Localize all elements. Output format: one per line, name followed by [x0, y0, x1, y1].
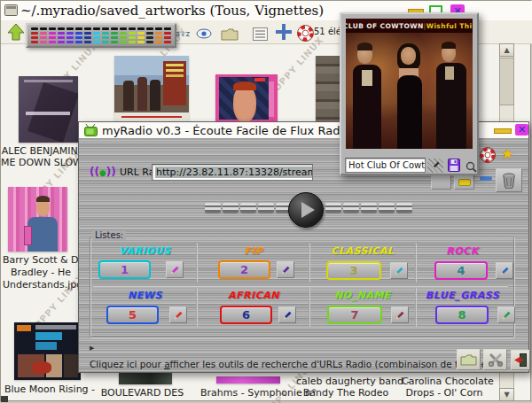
artwork-name-value: Hot Club Of Cowto...	[348, 160, 426, 170]
file-item-caleb[interactable]: caleb daugherty band - Bandy The Rodeo	[296, 376, 395, 400]
preset-edit-button-7[interactable]	[391, 306, 409, 323]
file-item-alison-krauss[interactable]	[114, 56, 189, 121]
scrollbar-up-button[interactable]: ▲	[499, 43, 514, 57]
preset-name: FIP	[198, 245, 309, 257]
preset-name: VARIOUS	[94, 245, 196, 257]
scrollbar-down-button[interactable]: ▼	[499, 388, 514, 401]
preset-button-4[interactable]: 4	[434, 261, 488, 280]
url-value: http://23.82.11.87:13328/stream	[155, 167, 313, 178]
preset-button-1[interactable]: 1	[98, 260, 151, 279]
folder-icon	[460, 353, 477, 366]
file-manager-title: ~/.myradio/saved_artworks (Tous, Vignett…	[20, 3, 324, 19]
thumbnail-brahms	[216, 376, 280, 384]
artwork-name-input[interactable]: Hot Club Of Cowto...	[345, 158, 426, 173]
open-folder-button[interactable]	[457, 349, 481, 370]
preset-edit-button-6[interactable]	[278, 306, 296, 323]
preset-button-6[interactable]: 6	[220, 306, 272, 324]
small-button-1[interactable]	[431, 174, 451, 190]
preset-name: ROCK	[416, 245, 509, 257]
tools-icon	[488, 353, 504, 367]
quit-button[interactable]	[511, 350, 530, 370]
preset-edit-button-8[interactable]	[497, 306, 515, 323]
play-icon	[301, 202, 315, 218]
trash-icon	[502, 173, 516, 189]
myradio-close-button[interactable]: ✕	[515, 124, 528, 136]
preset-button-8[interactable]: 8	[435, 306, 489, 324]
color-palette-overlay	[26, 23, 176, 48]
blue-dash-indicator	[480, 176, 492, 181]
preset-edit-button-2[interactable]	[277, 261, 294, 278]
list-view-icon[interactable]	[251, 24, 269, 43]
resize-grip[interactable]	[1, 396, 8, 402]
file-item-alec-benjamin[interactable]: ALEC BENJAMIN - ME DOWN SLOWL	[1, 76, 85, 169]
preset-button-5[interactable]: 5	[106, 306, 159, 324]
broadcast-icon: ((●))	[90, 166, 116, 178]
preset-name: NEWS	[94, 290, 196, 301]
preset-edit-button-5[interactable]	[169, 306, 187, 323]
preset-button-7[interactable]: 7	[327, 306, 382, 324]
myradio-minimize-button[interactable]	[494, 128, 512, 134]
artwork-viewer-window: HOT CLUB OF COWTOWN | Wishful Thinking H…	[340, 12, 479, 175]
floppy-icon	[448, 159, 460, 172]
magnifier-icon	[466, 161, 477, 173]
preset-edit-button-1[interactable]	[166, 261, 184, 278]
lifebuoy-icon[interactable]	[296, 23, 314, 43]
folder-icon[interactable]	[220, 24, 239, 43]
thumbnail-barry-scott	[8, 187, 67, 252]
segment-chain-right	[325, 203, 412, 213]
trash-button[interactable]	[496, 168, 522, 192]
preset-edit-button-3[interactable]	[390, 262, 408, 279]
tools-button[interactable]	[483, 349, 507, 370]
scrollbar-thumb[interactable]	[499, 58, 514, 105]
plus-icon[interactable]	[274, 22, 293, 42]
preset-name: AFRICAN	[198, 290, 309, 301]
file-item-stones-album[interactable]	[316, 56, 341, 123]
url-input[interactable]: http://23.82.11.87:13328/stream	[152, 164, 313, 181]
preset-name: NO_NAME	[309, 290, 416, 301]
file-item-carolina[interactable]: Carolina Chocolate Drops - Ol' Corn	[402, 376, 487, 400]
segment-chain-left	[205, 203, 292, 213]
expander-arrow-icon: ▶	[90, 345, 94, 352]
file-item-barry-scott[interactable]: Barry Scott & Dale Bradley - He Understa…	[3, 187, 79, 293]
exit-door-icon	[513, 353, 528, 368]
thumbnail-blue-moon	[14, 322, 81, 380]
file-item-boulevard[interactable]: BOULEVARD DES	[100, 373, 184, 401]
lists-group-label: Listes:	[92, 230, 126, 240]
yellow-tag-button[interactable]	[454, 174, 474, 190]
preset-edit-button-4[interactable]	[496, 262, 513, 279]
favorite-star-icon[interactable]: ★	[501, 145, 513, 162]
screen: ~/.myradio/saved_artworks (Tous, Vignett…	[0, 0, 532, 403]
radio-tv-icon	[84, 124, 98, 136]
pencil-icon	[430, 159, 442, 171]
separator	[93, 285, 508, 287]
help-lifebuoy-icon[interactable]	[480, 147, 496, 167]
up-arrow-icon[interactable]	[6, 22, 26, 42]
search-button[interactable]	[466, 159, 477, 176]
album-art-image: HOT CLUB OF COWTOWN | Wishful Thinking	[346, 19, 473, 149]
file-item-redhead-album[interactable]	[215, 74, 278, 122]
preset-name: CLASSICAL	[309, 245, 416, 257]
edit-pencil-button[interactable]	[427, 159, 443, 173]
thumbnail-boulevard	[119, 373, 172, 384]
preset-button-2[interactable]: 2	[218, 260, 270, 279]
window-icon	[4, 4, 18, 16]
thumbnail-alec-benjamin	[19, 76, 78, 143]
yellow-tag-icon	[458, 179, 471, 186]
save-button[interactable]	[448, 159, 460, 175]
album-title: HOT CLUB OF COWTOWN	[346, 22, 424, 30]
preset-button-3[interactable]: 3	[326, 261, 381, 280]
album-subtitle: Wishful Thinking	[426, 22, 473, 30]
play-button[interactable]	[288, 192, 324, 228]
preset-name: BLUE_GRASS	[416, 290, 509, 301]
search-tools-expander[interactable]: ▶ Cliquez ici pour afficher les outils d…	[90, 337, 530, 350]
file-item-brahms[interactable]: Brahms - Symphonie n°	[200, 376, 293, 399]
eye-icon[interactable]	[195, 24, 213, 43]
myradio-title: myRadio v0.3 - Écoute Facile de Flux Rad…	[102, 124, 350, 137]
